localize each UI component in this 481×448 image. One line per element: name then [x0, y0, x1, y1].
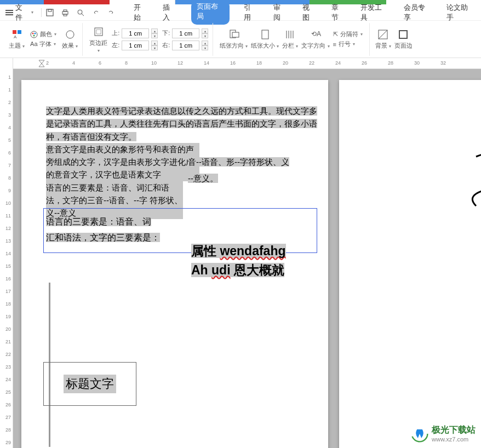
quick-access	[45, 8, 116, 18]
line-number-button[interactable]: ≡行号▾	[333, 40, 363, 48]
group-margins: 页边距▾ 上: ▴▾ 左: ▴▾ 下: ▴▾	[85, 23, 213, 56]
svg-line-26	[379, 30, 387, 39]
selected-text[interactable]: 语言的三要素是：语音、词 汇和语法，文字的三要素是：	[46, 214, 177, 246]
background-button[interactable]: 背景 ▾	[375, 28, 391, 50]
text-direction-icon: ⟲A	[310, 28, 322, 41]
theme-icon: A	[11, 28, 23, 41]
margin-right-input[interactable]	[172, 41, 199, 50]
size-button[interactable]: 纸张大小 ▾	[251, 28, 279, 50]
ribbon-tabs: 开始 插入 页面布局 引用 审阅 视图 章节 开发工具 会员专享 论文助手	[133, 1, 476, 25]
svg-point-11	[32, 32, 34, 34]
svg-rect-0	[47, 9, 53, 16]
text-box[interactable]: 音--语音、形--字符形状、义 --意义。	[188, 154, 319, 187]
background-icon	[377, 28, 389, 41]
tab-thesis[interactable]: 论文助手	[445, 1, 476, 25]
file-menu[interactable]: 文件 ▾	[5, 3, 33, 22]
linenum-icon: ≡	[333, 41, 336, 48]
svg-rect-18	[232, 32, 239, 37]
spin-down[interactable]: ▾	[202, 45, 208, 50]
margin-bottom-input[interactable]	[172, 28, 199, 38]
margin-left-row: 左: ▴▾	[112, 41, 158, 50]
columns-button[interactable]: 分栏 ▾	[282, 28, 298, 50]
effect-button[interactable]: 效果 ▾	[62, 28, 78, 50]
chevron-down-icon: ▾	[31, 10, 33, 15]
indent-marker-icon[interactable]	[38, 59, 45, 68]
page[interactable]: 文字是人类用表义符号记录表达信息以传之久远的方式和工具。现代文字多是记录语言的工…	[21, 80, 328, 448]
spin-down[interactable]: ▾	[202, 33, 208, 38]
spin-up[interactable]: ▴	[202, 28, 208, 33]
svg-point-12	[35, 32, 36, 34]
watermark-logo-icon	[411, 425, 428, 443]
file-label: 文件	[15, 3, 29, 22]
margin-left-input[interactable]	[122, 41, 149, 50]
tab-view[interactable]: 视图	[301, 1, 317, 25]
page[interactable]	[339, 80, 481, 448]
group-background: 背景 ▾ 页面边	[369, 23, 417, 56]
vertical-ruler[interactable]: 1123456789101112131415161718192021222324…	[0, 58, 13, 448]
tab-page-layout[interactable]: 页面布局	[191, 1, 230, 25]
svg-rect-19	[262, 30, 268, 39]
page-border-button[interactable]: 页面边	[394, 28, 413, 50]
tab-review[interactable]: 审阅	[272, 1, 288, 25]
group-theme: A 主题 ▾ 颜色▾ Aa 字体▾ 效果 ▾	[4, 23, 83, 56]
svg-point-14	[66, 31, 74, 38]
theme-button[interactable]: A 主题 ▾	[9, 28, 25, 50]
preview-icon[interactable]	[76, 8, 85, 18]
margin-bottom-row: 下: ▴▾	[162, 28, 208, 38]
svg-rect-3	[64, 10, 67, 12]
tab-references[interactable]: 引用	[243, 1, 259, 25]
margin-top-row: 上: ▴▾	[112, 28, 158, 38]
undo-icon[interactable]	[91, 8, 101, 18]
spin-down[interactable]: ▾	[151, 33, 158, 38]
hamburger-icon	[5, 9, 13, 16]
editor-area: 1123456789101112131415161718192021222324…	[0, 58, 481, 448]
tab-member[interactable]: 会员专享	[403, 1, 433, 25]
tab-devtools[interactable]: 开发工具	[359, 1, 390, 25]
orientation-icon	[228, 28, 240, 41]
save-icon[interactable]	[45, 8, 55, 18]
tab-chapter[interactable]: 章节	[330, 1, 346, 25]
text-direction-button[interactable]: ⟲A 文字方向 ▾	[301, 28, 329, 50]
margin-top-input[interactable]	[122, 28, 149, 38]
title-text[interactable]: 标题文字	[64, 375, 116, 393]
print-icon[interactable]	[60, 8, 70, 18]
svg-rect-4	[64, 14, 67, 16]
break-button[interactable]: ⇱分隔符▾	[333, 30, 363, 38]
break-icon: ⇱	[333, 31, 338, 38]
margin-icon	[93, 26, 105, 38]
svg-rect-15	[95, 28, 102, 36]
svg-rect-7	[13, 30, 16, 34]
redo-icon[interactable]	[106, 8, 116, 18]
page-border-icon	[397, 28, 409, 41]
ribbon: A 主题 ▾ 颜色▾ Aa 字体▾ 效果 ▾ 页边距▾ 上:	[0, 21, 481, 58]
tab-insert[interactable]: 插入	[162, 1, 177, 25]
document-canvas[interactable]: 文字是人类用表义符号记录表达信息以传之久远的方式和工具。现代文字多是记录语言的工…	[13, 69, 481, 448]
large-text[interactable]: 属性 wendafahg Ah udi 恩大概就	[191, 242, 286, 279]
curve-shape[interactable]	[471, 146, 481, 211]
spin-up[interactable]: ▴	[202, 41, 208, 45]
svg-rect-1	[48, 9, 51, 12]
orientation-button[interactable]: 纸张方向 ▾	[220, 28, 248, 50]
margin-right-row: 右: ▴▾	[162, 41, 208, 50]
title-text-box[interactable]: 标题文字	[43, 362, 136, 406]
svg-rect-27	[399, 31, 407, 38]
svg-rect-8	[18, 30, 21, 34]
palette-icon	[30, 31, 38, 38]
svg-rect-2	[62, 12, 68, 14]
menu-bar: 文件 ▾ 开始 插入 页面布局 引用 审阅 视图 章节 开发工具 会员专享 论文…	[0, 4, 481, 21]
watermark: 极光下载站 www.xz7.com	[411, 424, 476, 443]
watermark-title: 极光下载站	[432, 424, 476, 436]
svg-text:⟲A: ⟲A	[311, 30, 321, 38]
font-button[interactable]: Aa 字体▾	[30, 40, 56, 48]
margin-button[interactable]: 页边距▾	[89, 26, 107, 53]
watermark-url: www.xz7.com	[432, 436, 476, 443]
horizontal-ruler[interactable]: 2468101214161820222426283032	[13, 58, 481, 69]
spin-up[interactable]: ▴	[151, 41, 158, 45]
color-button[interactable]: 颜色▾	[30, 30, 56, 38]
spin-down[interactable]: ▾	[151, 45, 158, 50]
svg-point-5	[78, 10, 82, 14]
svg-text:A: A	[14, 35, 17, 39]
tab-start[interactable]: 开始	[133, 1, 148, 25]
spin-up[interactable]: ▴	[151, 28, 158, 33]
tab-stub[interactable]	[44, 0, 110, 4]
